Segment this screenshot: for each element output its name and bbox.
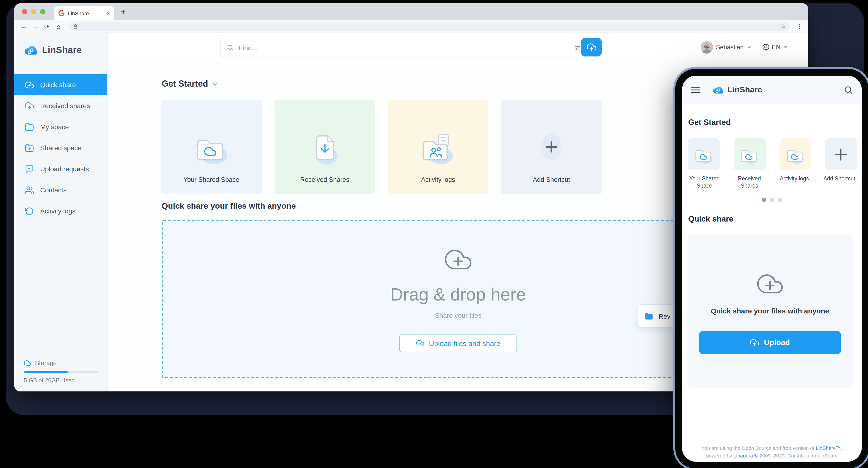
card-received-shares[interactable]: Received Shares: [275, 100, 375, 194]
card-label: Activity logs: [772, 175, 817, 189]
google-favicon-icon: [58, 10, 65, 16]
header-upload-button[interactable]: [581, 38, 601, 56]
tab-title: LinShare: [68, 10, 89, 16]
filter-sliders-icon[interactable]: [574, 44, 582, 52]
mobile-card-your-shared-space[interactable]: [688, 138, 720, 170]
phone-bezel: LinShare Get Started: [675, 69, 868, 468]
document-download-icon: [303, 125, 347, 169]
chevron-down-icon[interactable]: [212, 81, 218, 87]
search-icon[interactable]: [844, 85, 853, 95]
sidebar-item-received-shares[interactable]: Received shares: [14, 95, 107, 116]
sidebar-item-quick-share[interactable]: Quick share: [14, 74, 107, 95]
avatar: [701, 41, 713, 53]
close-tab-icon[interactable]: ×: [107, 10, 110, 17]
sidebar-item-shared-space[interactable]: Shared space: [14, 137, 107, 158]
mobile-card-add-shortcut[interactable]: [825, 138, 857, 170]
folder-cloud-icon: [691, 142, 716, 167]
window-controls: [22, 9, 45, 14]
mobile-get-started-cards: [688, 138, 857, 170]
user-name: Sebastian: [716, 43, 744, 51]
folder-people-icon: [416, 125, 460, 169]
hamburger-menu-icon[interactable]: [690, 86, 700, 94]
folder-icon: [644, 312, 654, 320]
get-started-heading: Get Started: [162, 79, 218, 89]
avatar-photo: [701, 41, 713, 53]
app-logo-text: LinShare: [42, 45, 82, 56]
close-window-button[interactable]: [22, 9, 27, 14]
browser-menu-icon[interactable]: ⋮: [796, 23, 803, 30]
storage-progress-bar: [24, 371, 98, 373]
home-icon[interactable]: ⌂: [54, 23, 63, 30]
sidebar-item-label: Shared space: [40, 144, 82, 152]
mobile-quick-share-heading: Quick share: [688, 214, 733, 224]
linshare-cloud-logo-icon: [712, 84, 724, 96]
mobile-footer: You are using the Open Source and free v…: [682, 444, 862, 459]
new-tab-button[interactable]: +: [121, 7, 126, 17]
mobile-get-started-heading: Get Started: [688, 118, 731, 127]
review-label-partial: Rev: [658, 312, 671, 320]
reload-icon[interactable]: ⟳: [42, 23, 52, 30]
chevron-down-icon: [783, 45, 788, 50]
mobile-upload-button[interactable]: Upload: [699, 331, 841, 354]
card-label: Your Shared Space: [682, 175, 727, 189]
storage-progress-fill: [24, 371, 68, 373]
cloud-plus-icon: [25, 80, 34, 89]
lock-icon: [73, 24, 78, 29]
sidebar-item-label: Quick share: [40, 81, 76, 89]
sidebar-item-label: Upload requests: [40, 165, 89, 173]
cloud-plus-icon: [756, 271, 783, 294]
folder-cloud-icon: [737, 142, 762, 167]
storage-cloud-icon: [24, 359, 31, 367]
card-add-shortcut[interactable]: Add Shortcut: [501, 100, 601, 194]
search-input[interactable]: [238, 43, 574, 52]
sidebar-item-my-space[interactable]: My space: [14, 116, 107, 137]
carousel-dot[interactable]: [778, 198, 782, 202]
forward-icon[interactable]: →: [31, 23, 40, 30]
storage-label: Storage: [35, 359, 57, 367]
mobile-app-logo[interactable]: LinShare: [712, 84, 762, 96]
search-bar[interactable]: [220, 38, 588, 57]
sidebar-nav: Quick share Received shares My space: [14, 74, 107, 222]
phone-mockup: LinShare Get Started: [673, 67, 868, 468]
get-started-cards: Your Shared Space Received Shares: [161, 100, 601, 194]
cloud-download-icon: [25, 101, 34, 110]
browser-tab[interactable]: LinShare ×: [54, 6, 114, 20]
mobile-card-activity-logs[interactable]: [779, 138, 811, 170]
bookmark-star-icon[interactable]: ☆: [781, 23, 786, 29]
drag-drop-zone[interactable]: Drag & drop here Share your files Upload…: [162, 220, 713, 378]
minimize-window-button[interactable]: [31, 9, 36, 14]
cloud-plus-icon: [444, 246, 472, 270]
carousel-dot[interactable]: [770, 198, 774, 202]
dropzone-title: Drag & drop here: [305, 285, 611, 305]
sidebar: LinShare Quick share Received shares: [14, 33, 107, 391]
linagora-link[interactable]: Linagora ©: [733, 453, 758, 459]
upload-files-and-share-button[interactable]: Upload files and share: [399, 334, 517, 352]
plus-icon: [529, 125, 574, 169]
card-activity-logs[interactable]: Activity logs: [388, 100, 488, 194]
user-menu[interactable]: Sebastian EN: [701, 38, 788, 56]
address-bar[interactable]: ☆: [69, 22, 790, 31]
mobile-header: LinShare: [682, 76, 862, 104]
sidebar-item-label: Contacts: [40, 186, 67, 194]
card-label: Add Shortcut: [817, 175, 862, 189]
folder-share-icon: [25, 143, 34, 152]
app-logo[interactable]: LinShare: [14, 33, 107, 58]
language-code: EN: [772, 43, 780, 51]
card-your-shared-space[interactable]: Your Shared Space: [161, 100, 261, 194]
sidebar-item-upload-requests[interactable]: Upload requests: [14, 158, 107, 179]
mobile-card-received-shares[interactable]: [733, 138, 766, 170]
language-menu[interactable]: EN: [762, 43, 788, 51]
sidebar-item-contacts[interactable]: Contacts: [14, 179, 107, 201]
carousel-dot[interactable]: [762, 198, 766, 202]
back-icon[interactable]: ←: [19, 23, 29, 30]
search-icon: [227, 44, 234, 51]
footer-line-1: You are using the Open Source and free v…: [682, 444, 862, 452]
sidebar-item-activity-logs[interactable]: Activity logs: [14, 201, 107, 222]
card-label: Add Shortcut: [533, 176, 570, 183]
linshare-link[interactable]: LinShare™: [816, 445, 841, 451]
card-label: Received Shares: [300, 176, 349, 183]
phone-screen: LinShare Get Started: [682, 76, 862, 462]
sidebar-item-label: Activity logs: [40, 207, 75, 215]
maximize-window-button[interactable]: [40, 9, 45, 14]
storage-widget: Storage 5 GB of 20GB Used: [24, 359, 98, 384]
